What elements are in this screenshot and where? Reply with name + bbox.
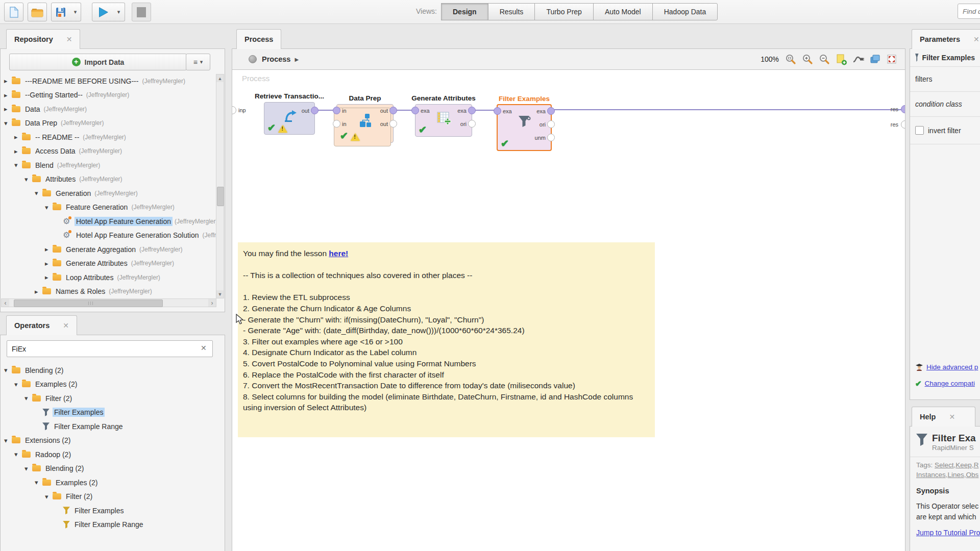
- invert-filter-checkbox[interactable]: [915, 126, 924, 135]
- close-icon[interactable]: ✕: [66, 35, 72, 43]
- view-tab[interactable]: Turbo Prep: [534, 3, 594, 20]
- operator-tree-item[interactable]: Filter (2): [1, 490, 225, 504]
- exa-out-port[interactable]: [468, 107, 476, 114]
- repository-tab[interactable]: Repository ✕: [6, 29, 80, 49]
- breadcrumb[interactable]: Process: [262, 55, 290, 63]
- operator-filter-examples[interactable]: Filter Examples exa exa ori unm ✔: [497, 104, 552, 151]
- expander-icon[interactable]: [35, 189, 42, 197]
- expander-icon[interactable]: [4, 77, 12, 85]
- help-tab[interactable]: Help ✕: [912, 407, 975, 427]
- expander-icon[interactable]: [45, 204, 53, 211]
- repository-tree-item[interactable]: ⚙ Generation (JeffreyMergler): [1, 186, 216, 201]
- view-tab[interactable]: Auto Model: [593, 3, 653, 20]
- expander-icon[interactable]: [14, 450, 22, 458]
- hscroll-thumb[interactable]: [14, 299, 163, 307]
- operator-tree-item[interactable]: Filter Examples: [1, 504, 225, 518]
- operator-tree-item[interactable]: Filter (2): [1, 391, 225, 406]
- out-port-1[interactable]: [389, 107, 397, 114]
- operator-search-input[interactable]: [7, 340, 213, 357]
- close-icon[interactable]: ✕: [949, 413, 955, 421]
- exa-out-port[interactable]: [547, 107, 555, 115]
- in-port-2[interactable]: [333, 120, 340, 128]
- expander-icon[interactable]: [24, 465, 32, 472]
- repository-tree-item[interactable]: ⚙ Feature Generation (JeffreyMergler): [1, 201, 216, 215]
- exa-in-port[interactable]: [494, 107, 501, 115]
- in-port-1[interactable]: [333, 107, 340, 114]
- expander-icon[interactable]: [35, 288, 42, 295]
- expander-icon[interactable]: [14, 147, 22, 155]
- expander-icon[interactable]: [4, 105, 12, 113]
- repository-tree-item[interactable]: ⚙ Generate Aggregation (JeffreyMergler): [1, 242, 216, 257]
- scroll-left-button[interactable]: ‹: [2, 299, 9, 307]
- expander-icon[interactable]: [45, 245, 53, 253]
- zoom-in-icon[interactable]: [801, 53, 814, 65]
- repository-tree-item[interactable]: ⚙ Hotel App Feature Generation Solution …: [1, 229, 216, 243]
- repository-tree-item[interactable]: ⚙ --Getting Started-- (JeffreyMergler): [1, 88, 216, 103]
- ori-port[interactable]: [468, 120, 476, 128]
- operator-tree-item[interactable]: Filter Examples: [1, 406, 225, 420]
- tag-link[interactable]: R: [972, 461, 979, 469]
- repository-tree-item[interactable]: ⚙ Attributes (JeffreyMergler): [1, 172, 216, 187]
- repository-vscrollbar[interactable]: ▲ ▼: [216, 74, 224, 298]
- expander-icon[interactable]: [4, 91, 12, 99]
- repository-tree-item[interactable]: ⚙ Loop Attributes (JeffreyMergler): [1, 270, 216, 285]
- change-compatibility-link[interactable]: Change compati: [925, 380, 975, 387]
- scroll-down-button[interactable]: ▼: [216, 290, 224, 298]
- expander-icon[interactable]: [14, 133, 22, 141]
- tag-link[interactable]: Keep: [954, 461, 972, 469]
- vscroll-thumb[interactable]: [217, 187, 224, 206]
- tag-link[interactable]: Select: [935, 461, 954, 469]
- zoom-reset-icon[interactable]: [785, 53, 797, 65]
- save-process-button[interactable]: [51, 3, 70, 21]
- operator-data-prep[interactable]: Data Prep in in out out ✔: [336, 104, 394, 143]
- repository-menu-button[interactable]: ≡ ▾: [186, 54, 210, 70]
- scroll-up-button[interactable]: ▲: [216, 74, 224, 82]
- process-note[interactable]: You may find the lesson here! -- This is…: [238, 242, 655, 437]
- exa-in-port[interactable]: [411, 107, 419, 114]
- operator-tree-item[interactable]: Filter Example Range: [1, 419, 225, 434]
- operator-tree-item[interactable]: Filter Example Range: [1, 518, 225, 532]
- add-note-icon[interactable]: [835, 53, 847, 65]
- import-data-button[interactable]: + Import Data: [9, 54, 187, 70]
- lesson-link[interactable]: here!: [329, 249, 348, 258]
- run-menu-caret-button[interactable]: ▾: [113, 3, 125, 21]
- repository-tree-item[interactable]: ⚙ Data Prep (JeffreyMergler): [1, 116, 216, 131]
- new-process-button[interactable]: [4, 3, 23, 21]
- expander-icon[interactable]: [4, 119, 12, 127]
- repository-tree-item[interactable]: ⚙ Hotel App Feature Generation (JeffreyM…: [1, 214, 216, 229]
- run-process-button[interactable]: [92, 3, 113, 21]
- zoom-out-icon[interactable]: [818, 53, 830, 65]
- stop-process-button[interactable]: [132, 3, 151, 21]
- repository-tree-item[interactable]: ⚙ Access Data (JeffreyMergler): [1, 144, 216, 159]
- ori-port[interactable]: [547, 120, 555, 128]
- unm-port[interactable]: [547, 134, 555, 141]
- tag-link[interactable]: Lines: [946, 471, 964, 479]
- param-condition-class[interactable]: condition class: [910, 92, 980, 117]
- expander-icon[interactable]: [24, 176, 32, 183]
- process-canvas[interactable]: Process inp res res Retrieve Transactio.…: [232, 70, 905, 551]
- operator-tree-item[interactable]: Examples (2): [1, 475, 225, 490]
- parameters-tab[interactable]: Parameters ✕: [912, 29, 980, 49]
- global-search-input[interactable]: [958, 4, 980, 19]
- close-icon[interactable]: ✕: [63, 321, 69, 330]
- expander-icon[interactable]: [4, 437, 12, 444]
- jump-to-tutorial-link[interactable]: Jump to Tutorial Pro: [916, 529, 980, 537]
- out-port[interactable]: [311, 107, 318, 114]
- close-icon[interactable]: ✕: [973, 35, 979, 43]
- process-root-icon[interactable]: [249, 55, 257, 63]
- process-input-port[interactable]: [232, 106, 236, 114]
- repository-hscrollbar[interactable]: ‹ ›: [1, 298, 216, 307]
- out-port-2[interactable]: [389, 120, 397, 128]
- operator-tree-item[interactable]: Extensions (2): [1, 434, 225, 448]
- auto-wire-icon[interactable]: [852, 53, 864, 65]
- operator-generate-attributes[interactable]: Generate Attributes exa exa ori ✔: [415, 104, 472, 137]
- open-process-button[interactable]: [28, 3, 47, 21]
- expander-icon[interactable]: [24, 394, 32, 402]
- expander-icon[interactable]: [45, 260, 53, 267]
- fit-to-screen-icon[interactable]: [886, 53, 898, 65]
- repository-tree-item[interactable]: ⚙ -- README -- (JeffreyMergler): [1, 130, 216, 144]
- result-port-2[interactable]: [901, 120, 905, 129]
- param-filters[interactable]: filters: [910, 67, 980, 92]
- subprocess-folders-icon[interactable]: [869, 53, 881, 65]
- save-menu-caret-button[interactable]: ▾: [70, 3, 81, 21]
